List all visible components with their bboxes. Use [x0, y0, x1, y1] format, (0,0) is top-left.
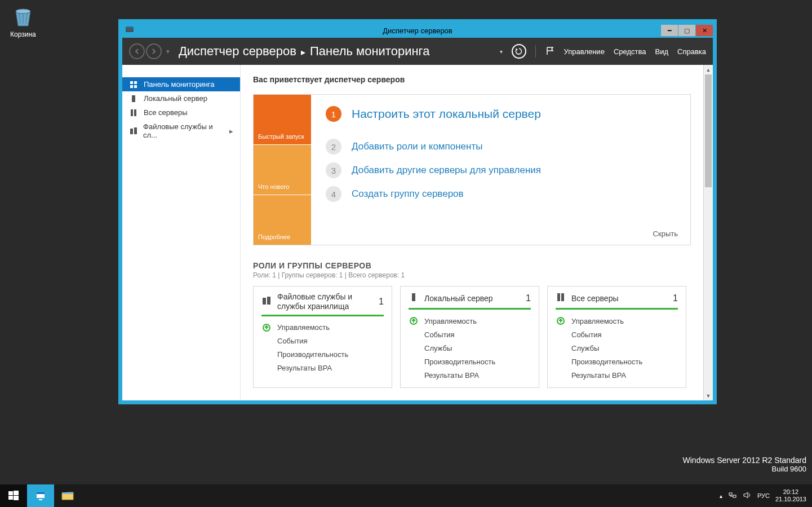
tiles-container: Файловые службы и службы хранилища 1 Упр…: [253, 286, 691, 388]
vertical-scrollbar[interactable]: ▲ ▼: [703, 65, 713, 400]
nav-back-button[interactable]: [129, 43, 145, 59]
scroll-down-button[interactable]: ▼: [704, 391, 713, 400]
window-title: Диспетчер серверов: [122, 27, 713, 35]
qs-link-add-roles[interactable]: Добавить роли и компоненты: [352, 141, 482, 152]
maximize-button[interactable]: ▢: [678, 25, 695, 36]
qs-tab-quickstart[interactable]: Быстрый запуск: [254, 95, 311, 144]
recycle-bin-icon: [11, 5, 35, 28]
close-button[interactable]: ✕: [696, 25, 713, 36]
svg-rect-5: [130, 85, 133, 88]
tile-row-label[interactable]: Результаты BPA: [277, 364, 332, 372]
tile-count: 1: [526, 293, 531, 303]
qs-step-4: 4 Создать группу серверов: [326, 186, 676, 202]
sidebar-item-label: Файловые службы и сл...: [143, 122, 224, 139]
folder-icon: [61, 490, 74, 502]
tile-all-servers[interactable]: Все серверы 1 Управляемость События Служ…: [547, 286, 686, 388]
qs-tab-learnmore[interactable]: Подробнее: [254, 195, 311, 245]
tray-language[interactable]: РУС: [757, 492, 770, 499]
tray-volume-icon[interactable]: [743, 491, 752, 501]
sidebar: Панель мониторинга Локальный сервер Все …: [122, 65, 241, 400]
tile-row-label[interactable]: События: [571, 330, 602, 339]
svg-rect-3: [130, 81, 133, 84]
hide-link[interactable]: Скрыть: [653, 230, 678, 238]
tray-chevron-icon[interactable]: ▴: [720, 493, 722, 499]
tile-row-label[interactable]: Управляемость: [424, 317, 477, 325]
step-number: 4: [326, 186, 341, 202]
minimize-button[interactable]: ━: [661, 25, 678, 36]
nav-forward-button[interactable]: [146, 43, 162, 59]
svg-rect-10: [130, 129, 133, 134]
sidebar-item-file-services[interactable]: Файловые службы и сл... ▸: [122, 120, 240, 142]
tile-row-label[interactable]: Службы: [424, 344, 452, 352]
tile-row-label[interactable]: Службы: [571, 344, 599, 352]
qs-step-3: 3 Добавить другие серверы для управления: [326, 162, 676, 178]
refresh-button[interactable]: [512, 44, 526, 59]
sidebar-item-label: Локальный сервер: [144, 94, 207, 103]
svg-rect-15: [412, 293, 415, 301]
menu-view[interactable]: Вид: [655, 47, 668, 56]
svg-rect-23: [14, 496, 19, 500]
svg-point-0: [16, 9, 30, 14]
tile-row-label[interactable]: Производительность: [424, 358, 495, 366]
qs-tab-whatsnew[interactable]: Что нового: [254, 144, 311, 195]
status-ok-icon: [409, 316, 419, 326]
qs-step-2: 2 Добавить роли и компоненты: [326, 139, 676, 155]
titlebar[interactable]: Диспетчер серверов ━ ▢ ✕: [122, 23, 713, 38]
welcome-heading: Вас приветствует диспетчер серверов: [253, 75, 691, 84]
tile-row-label[interactable]: Управляемость: [277, 323, 330, 332]
svg-rect-17: [557, 293, 560, 301]
breadcrumb-dropdown-icon[interactable]: ▾: [500, 49, 503, 55]
tile-local-server[interactable]: Локальный сервер 1 Управляемость События…: [400, 286, 539, 388]
desktop-recycle-bin[interactable]: Корзина: [10, 5, 36, 38]
status-ok-icon: [261, 323, 272, 333]
svg-rect-28: [729, 493, 732, 495]
tile-row-label[interactable]: Управляемость: [571, 317, 624, 325]
scroll-thumb[interactable]: [705, 74, 712, 187]
taskbar-server-manager[interactable]: [27, 484, 54, 507]
tile-row-label[interactable]: Производительность: [571, 358, 642, 366]
breadcrumb-root[interactable]: Диспетчер серверов: [179, 44, 296, 59]
tile-file-services[interactable]: Файловые службы и службы хранилища 1 Упр…: [253, 286, 392, 388]
svg-rect-29: [733, 495, 736, 497]
clock-time: 20:12: [775, 488, 806, 496]
recycle-bin-label: Корзина: [10, 30, 36, 38]
watermark-line1: Windows Server 2012 R2 Standard: [683, 456, 806, 465]
tray-clock[interactable]: 20:12 21.10.2013: [775, 488, 806, 503]
scroll-up-button[interactable]: ▲: [704, 65, 713, 74]
dashboard-icon: [129, 81, 138, 89]
svg-rect-25: [37, 492, 45, 494]
breadcrumb: Диспетчер серверов ▸ Панель мониторинга: [179, 44, 429, 59]
sidebar-item-local-server[interactable]: Локальный сервер: [122, 91, 240, 105]
svg-rect-11: [134, 127, 137, 134]
server-icon: [129, 95, 138, 103]
taskbar-explorer[interactable]: [54, 484, 81, 507]
qs-link-add-servers[interactable]: Добавить другие серверы для управления: [352, 165, 541, 176]
menu-tools[interactable]: Средства: [614, 47, 646, 56]
menu-manage[interactable]: Управление: [564, 47, 605, 56]
quickstart-panel: Быстрый запуск Что нового Подробнее 1 На…: [253, 94, 691, 245]
start-button[interactable]: [0, 484, 27, 507]
tile-row-label[interactable]: Результаты BPA: [424, 371, 479, 380]
svg-rect-20: [8, 491, 13, 495]
notifications-flag-icon[interactable]: [545, 46, 555, 58]
tile-row-label[interactable]: События: [424, 330, 455, 339]
sidebar-item-all-servers[interactable]: Все серверы: [122, 105, 240, 120]
menu-help[interactable]: Справка: [677, 47, 706, 56]
nav-dropdown-icon[interactable]: ▼: [165, 49, 171, 55]
scroll-track[interactable]: [704, 74, 713, 391]
file-services-icon: [129, 127, 137, 135]
tile-row-label[interactable]: События: [277, 337, 308, 345]
tray-network-icon[interactable]: [728, 491, 737, 501]
toolbar-divider: [535, 45, 536, 58]
qs-link-create-group[interactable]: Создать группу серверов: [352, 188, 464, 200]
svg-rect-8: [131, 109, 133, 116]
qs-link-configure[interactable]: Настроить этот локальный сервер: [352, 107, 541, 121]
svg-rect-12: [263, 298, 266, 305]
tile-row-label[interactable]: Результаты BPA: [571, 371, 626, 380]
step-number: 3: [326, 162, 341, 178]
clock-date: 21.10.2013: [775, 496, 806, 503]
tile-title: Все серверы: [571, 294, 667, 303]
sidebar-item-dashboard[interactable]: Панель мониторинга: [122, 77, 240, 91]
tile-count: 1: [379, 297, 384, 307]
tile-row-label[interactable]: Производительность: [277, 350, 348, 359]
